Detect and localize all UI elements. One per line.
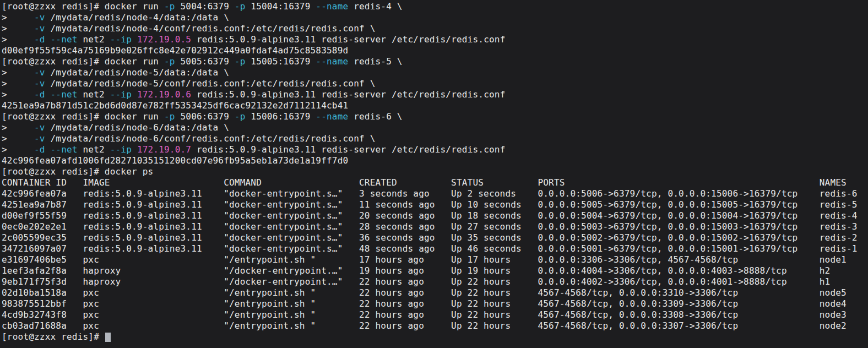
docker-ps-row: 347216097a07 redis:5.0.9-alpine3.11 "doc… (2, 243, 868, 254)
docker-ps-row: 2c005599ec35 redis:5.0.9-alpine3.11 "doc… (2, 232, 868, 243)
terminal-line: > -d --net net2 --ip 172.19.0.6 redis:5.… (2, 89, 868, 100)
docker-ps-row: 1eef3afa2f8a haproxy "/docker-entrypoint… (2, 265, 868, 276)
terminal-output: [root@zzxx redis]# docker run -p 5004:63… (2, 1, 868, 342)
docker-ps-row: 42c996fea07a redis:5.0.9-alpine3.11 "doc… (2, 188, 868, 199)
docker-ps-row: 0ec0e202e2e1 redis:5.0.9-alpine3.11 "doc… (2, 221, 868, 232)
terminal-line: 42c996fea07afd1006fd28271035151200cd07e9… (2, 155, 868, 166)
terminal-line: > -v /mydata/redis/node-4/data:/data \ (2, 12, 868, 23)
terminal-line: [root@zzxx redis]# docker run -p 5005:63… (2, 56, 868, 67)
terminal-line: d00ef9f55f59c4a75169b9e026ffc8e42e702912… (2, 45, 868, 56)
terminal[interactable]: [root@zzxx redis]# docker run -p 5004:63… (0, 0, 868, 348)
terminal-line: > -d --net net2 --ip 172.19.0.7 redis:5.… (2, 144, 868, 155)
docker-ps-row: d00ef9f55f59 redis:5.0.9-alpine3.11 "doc… (2, 210, 868, 221)
terminal-line: [root@zzxx redis]# docker ps (2, 166, 868, 177)
terminal-line: > -v /mydata/redis/node-5/data:/data \ (2, 67, 868, 78)
terminal-prompt: [root@zzxx redis]# (2, 331, 868, 342)
terminal-line: > -d --net net2 --ip 172.19.0.5 redis:5.… (2, 34, 868, 45)
docker-ps-header: CONTAINER ID IMAGE COMMAND CREATED STATU… (2, 177, 868, 188)
terminal-line: > -v /mydata/redis/node-4/conf/redis.con… (2, 23, 868, 34)
terminal-line: 4251ea9a7b871d51c2bd6d0d87e782ff5353425d… (2, 100, 868, 111)
docker-ps-row: 4251ea9a7b87 redis:5.0.9-alpine3.11 "doc… (2, 199, 868, 210)
terminal-line: > -v /mydata/redis/node-6/data:/data \ (2, 122, 868, 133)
terminal-cursor (105, 333, 111, 342)
terminal-line: [root@zzxx redis]# docker run -p 5006:63… (2, 111, 868, 122)
terminal-line: > -v /mydata/redis/node-6/conf/redis.con… (2, 133, 868, 144)
docker-ps-row: 4cd9b32743f8 pxc "/entrypoint.sh " 22 ho… (2, 309, 868, 320)
terminal-line: > -v /mydata/redis/node-5/conf/redis.con… (2, 78, 868, 89)
docker-ps-row: e31697406be5 pxc "/entrypoint.sh " 17 ho… (2, 254, 868, 265)
terminal-line: [root@zzxx redis]# docker run -p 5004:63… (2, 1, 868, 12)
docker-ps-row: 9eb171f75f3d haproxy "/docker-entrypoint… (2, 276, 868, 287)
docker-ps-row: 02d10ba1518a pxc "/entrypoint.sh " 22 ho… (2, 287, 868, 298)
docker-ps-row: cb03ad71688a pxc "/entrypoint.sh " 22 ho… (2, 320, 868, 331)
docker-ps-row: 983875512bbf pxc "/entrypoint.sh " 22 ho… (2, 298, 868, 309)
